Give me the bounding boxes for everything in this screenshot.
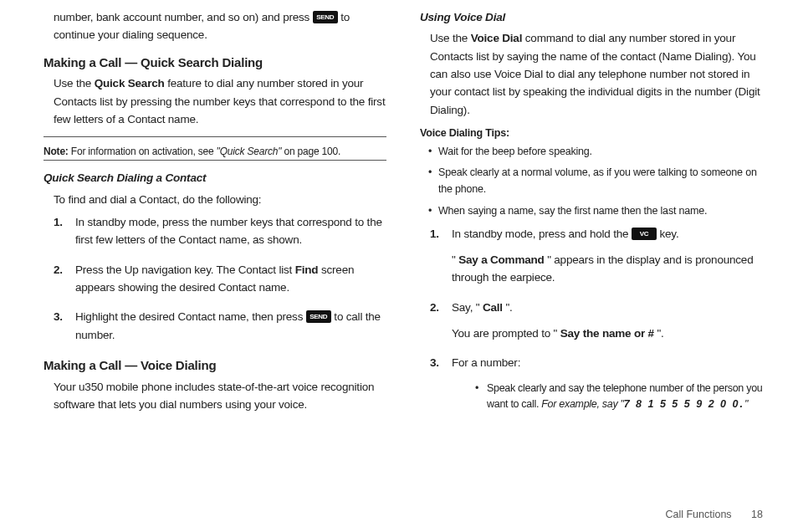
voice-step-2-detail: You are prompted to " Say the name or # … <box>452 325 763 342</box>
voice-step-3-sub: Speak clearly and say the telephone numb… <box>452 381 763 414</box>
tip-3: When saying a name, say the first name t… <box>420 203 763 220</box>
voice-step-3-sublist: Speak clearly and say the telephone numb… <box>452 381 763 414</box>
heading-quick-search: Making a Call — Quick Search Dialing <box>43 53 386 73</box>
note-reference: "Quick Search" <box>217 146 282 157</box>
note-box: Note: For information on activation, see… <box>43 137 386 161</box>
note-label: Note: <box>43 146 69 157</box>
heading-qs-contact: Quick Search Dialing a Contact <box>43 169 386 187</box>
qs-step-3: Highlight the desired Contact name, then… <box>43 308 386 344</box>
qs-steps-list: In standby mode, press the number keys t… <box>43 213 386 344</box>
qs-step-1: In standby mode, press the number keys t… <box>43 213 386 249</box>
heading-voice-dialing: Making a Call — Voice Dialing <box>43 356 386 376</box>
heading-using-voice-dial: Using Voice Dial <box>420 8 763 26</box>
page-footer: Call Functions 18 <box>665 509 763 520</box>
left-column: number, bank account number, and so on) … <box>43 8 386 425</box>
voice-dial-paragraph: Use the Voice Dial command to dial any n… <box>420 29 763 119</box>
voice-step-3: For a number: Speak clearly and say the … <box>420 354 763 413</box>
voice-step-2: Say, " Call ". You are prompted to " Say… <box>420 299 763 343</box>
quick-search-paragraph: Use the Quick Search feature to dial any… <box>43 74 386 128</box>
voice-command-key-icon: VC <box>632 228 657 240</box>
tip-2: Speak clearly at a normal volume, as if … <box>420 165 763 198</box>
voice-steps-list: In standby mode, press and hold the VC k… <box>420 225 763 413</box>
cont-pre: number, bank account number, and so on) … <box>54 11 313 23</box>
footer-section: Call Functions <box>665 509 731 520</box>
tips-list: Wait for the beep before speaking. Speak… <box>420 144 763 220</box>
qs-step-2: Press the Up navigation key. The Contact… <box>43 261 386 297</box>
tip-1: Wait for the beep before speaking. <box>420 144 763 161</box>
right-column: Using Voice Dial Use the Voice Dial comm… <box>420 8 763 425</box>
send-icon: SEND <box>306 310 331 323</box>
voice-paragraph: Your u350 mobile phone includes state-of… <box>43 378 386 414</box>
qs-contact-lead: To find and dial a Contact, do the follo… <box>43 191 386 208</box>
heading-voice-tips: Voice Dialing Tips: <box>420 125 763 142</box>
send-icon: SEND <box>313 11 338 23</box>
voice-step-1-detail: " Say a Command " appears in the display… <box>452 251 763 287</box>
footer-page-number: 18 <box>751 509 763 520</box>
continuation-line: number, bank account number, and so on) … <box>43 8 386 44</box>
voice-step-1: In standby mode, press and hold the VC k… <box>420 225 763 287</box>
